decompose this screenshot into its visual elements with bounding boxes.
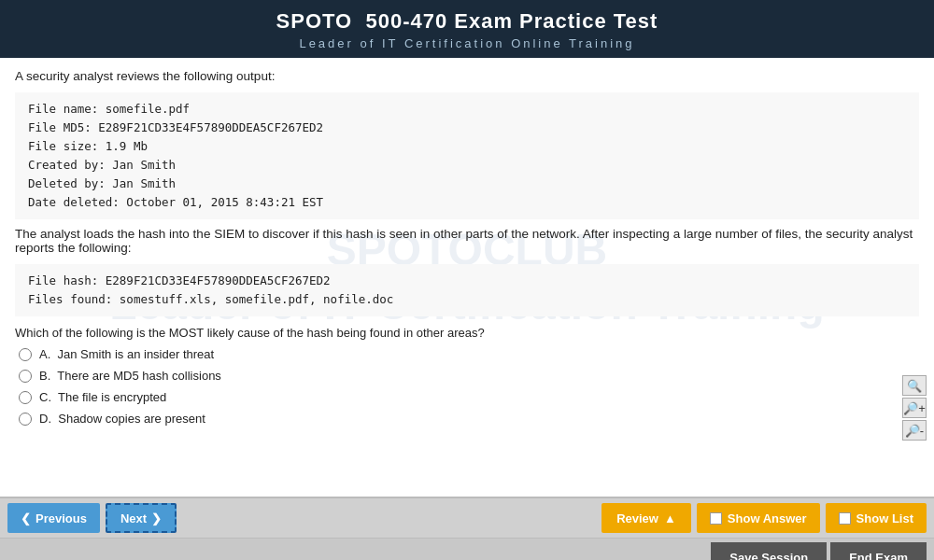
search-button[interactable]: 🔍	[902, 375, 927, 396]
save-session-button[interactable]: Save Session	[711, 542, 827, 561]
review-button[interactable]: Review ▲	[601, 503, 691, 533]
option-a[interactable]: A. Jan Smith is an insider threat	[19, 347, 919, 361]
show-list-button[interactable]: Show List	[826, 503, 927, 533]
zoom-out-button[interactable]: 🔎-	[902, 420, 927, 441]
question-intro: A security analyst reviews the following…	[15, 69, 919, 83]
content-area: SPOTOCLUB Leader of IT Certification Tra…	[0, 58, 934, 497]
next-button[interactable]: Next ❯	[106, 503, 177, 533]
radio-d[interactable]	[19, 413, 32, 426]
show-answer-checkbox-icon	[710, 512, 722, 525]
previous-button[interactable]: ❮ Previous	[7, 503, 100, 533]
code-block-2: File hash: E289F21CD33E4F57890DDEA5CF267…	[15, 264, 919, 316]
brand-spoto: SPOTO	[276, 9, 353, 33]
option-d-text: Shadow copies are present	[58, 412, 205, 426]
action-bar: Save Session End Exam	[0, 538, 934, 560]
question-body: The analyst loads the hash into the SIEM…	[15, 227, 919, 255]
code-block-1-text: File name: somefile.pdf File MD5: E289F2…	[28, 100, 906, 212]
exam-title: 500-470 Exam Practice Test	[365, 9, 658, 33]
option-a-text: Jan Smith is an insider threat	[58, 347, 215, 361]
radio-a[interactable]	[19, 348, 32, 361]
chevron-right-icon: ❯	[151, 511, 162, 525]
option-d-label: D. Shadow copies are present	[39, 412, 205, 426]
option-c[interactable]: C. The file is encrypted	[19, 390, 919, 404]
header: SPOTO 500-470 Exam Practice Test Leader …	[0, 0, 934, 58]
header-title: SPOTO 500-470 Exam Practice Test	[0, 9, 934, 34]
code-block-2-text: File hash: E289F21CD33E4F57890DDEA5CF267…	[28, 272, 906, 309]
end-exam-button[interactable]: End Exam	[830, 542, 927, 561]
show-answer-label: Show Answer	[728, 511, 807, 525]
zoom-controls: 🔍 🔎+ 🔎-	[902, 375, 927, 441]
radio-b[interactable]	[19, 370, 32, 383]
toolbar: ❮ Previous Next ❯ Review ▲ Show Answer S…	[0, 497, 934, 538]
review-label: Review	[616, 511, 658, 525]
show-list-label: Show List	[856, 511, 913, 525]
options-list: A. Jan Smith is an insider threat B. The…	[19, 347, 919, 426]
option-b[interactable]: B. There are MD5 hash collisions	[19, 369, 919, 383]
show-answer-button[interactable]: Show Answer	[697, 503, 820, 533]
option-c-label: C. The file is encrypted	[39, 390, 166, 404]
option-a-label: A. Jan Smith is an insider threat	[39, 347, 214, 361]
option-c-text: The file is encrypted	[58, 390, 166, 404]
toolbar-wrapper: ❮ Previous Next ❯ Review ▲ Show Answer S…	[0, 497, 934, 560]
option-b-text: There are MD5 hash collisions	[57, 369, 221, 383]
zoom-in-button[interactable]: 🔎+	[902, 398, 927, 418]
question-text: Which of the following is the MOST likel…	[15, 326, 919, 340]
code-block-1: File name: somefile.pdf File MD5: E289F2…	[15, 92, 919, 219]
show-list-checkbox-icon	[839, 512, 851, 525]
option-d[interactable]: D. Shadow copies are present	[19, 412, 919, 426]
chevron-left-icon: ❮	[21, 511, 31, 525]
radio-c[interactable]	[19, 391, 32, 404]
header-subtitle: Leader of IT Certification Online Traini…	[0, 36, 934, 50]
next-label: Next	[120, 511, 147, 525]
previous-label: Previous	[35, 511, 87, 525]
review-arrow-icon: ▲	[664, 511, 676, 525]
option-b-label: B. There are MD5 hash collisions	[39, 369, 221, 383]
